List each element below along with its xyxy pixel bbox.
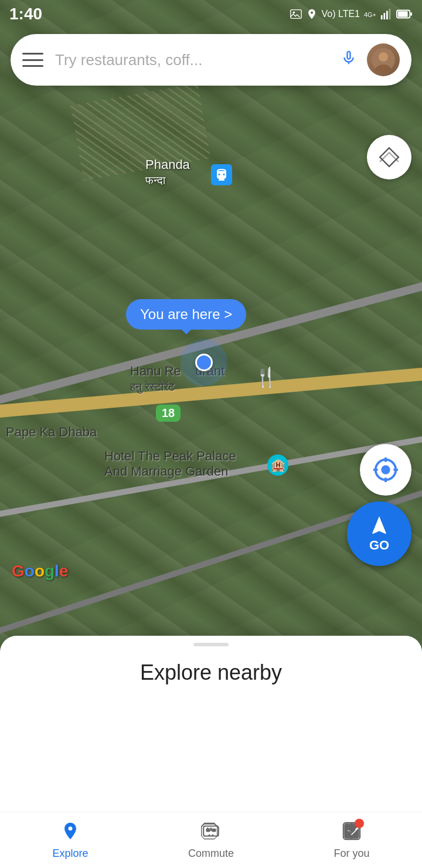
svg-text:4G+: 4G+ xyxy=(364,11,376,18)
voice-search-button[interactable] xyxy=(340,49,358,71)
svg-rect-9 xyxy=(410,12,412,16)
svg-rect-5 xyxy=(386,11,388,20)
locate-me-button[interactable] xyxy=(360,444,411,496)
commute-nav-label: Commute xyxy=(188,847,234,860)
locate-icon xyxy=(372,456,399,483)
phanda-label: Phandaफन्दा xyxy=(145,157,190,188)
commute-nav-icon xyxy=(201,821,221,845)
google-watermark: Google xyxy=(12,562,68,581)
road-badge: 18 xyxy=(156,405,181,422)
svg-rect-20 xyxy=(206,828,210,832)
explore-nav-label: Explore xyxy=(52,847,88,860)
status-icons: Vo) LTE1 4G+ xyxy=(290,8,413,21)
bottom-sheet: Explore nearby xyxy=(0,636,422,812)
4g-icon: 4G+ xyxy=(363,8,376,21)
svg-point-1 xyxy=(293,11,295,13)
explore-nav-icon xyxy=(60,821,80,845)
current-location-dot xyxy=(193,352,215,373)
go-label: GO xyxy=(369,538,389,553)
notification-dot xyxy=(355,819,364,828)
for-you-nav-icon xyxy=(342,821,362,845)
location-icon xyxy=(306,8,318,21)
avatar-image xyxy=(372,48,395,72)
you-are-here-callout[interactable]: You are here > xyxy=(126,299,246,330)
svg-rect-21 xyxy=(212,828,216,832)
nav-item-for-you[interactable]: For you xyxy=(281,812,422,868)
svg-rect-8 xyxy=(398,11,408,16)
status-time: 1:40 xyxy=(9,5,42,23)
sheet-handle xyxy=(193,643,229,646)
status-bar: 1:40 Vo) LTE1 4G+ xyxy=(0,0,422,28)
battery-icon xyxy=(396,9,413,19)
map-area[interactable]: Phandaफन्दा You are here > Hanu Re urant… xyxy=(0,0,422,695)
menu-button[interactable] xyxy=(22,53,43,67)
explore-nearby-title: Explore nearby xyxy=(140,660,282,685)
layers-icon xyxy=(378,146,400,168)
user-avatar[interactable] xyxy=(367,43,400,76)
navigate-icon xyxy=(368,514,390,537)
nav-item-commute[interactable]: Commute xyxy=(141,812,281,868)
search-input[interactable]: Try restaurants, coff... xyxy=(55,51,328,69)
transit-icon xyxy=(211,164,232,185)
hotel-icon: 🏨 xyxy=(267,455,288,476)
svg-rect-4 xyxy=(383,13,385,19)
svg-rect-6 xyxy=(389,9,391,19)
svg-point-17 xyxy=(379,52,388,62)
bottom-nav: Explore Commute F xyxy=(0,812,422,868)
nav-item-explore[interactable]: Explore xyxy=(0,812,141,868)
svg-rect-3 xyxy=(381,15,383,19)
notification-badge xyxy=(342,821,362,845)
go-button[interactable]: GO xyxy=(347,501,411,566)
gallery-icon xyxy=(290,8,302,21)
hotel-label: Hotel The Peak PalaceAnd Marriage Garden xyxy=(104,449,236,479)
network-label: Vo) LTE1 xyxy=(321,9,360,19)
location-dot xyxy=(195,354,213,371)
hotel-pin[interactable]: 🏨 xyxy=(267,455,288,476)
signal-icon xyxy=(380,8,393,21)
mic-icon xyxy=(340,49,358,66)
dhaba-label: Pape Ka Dhaba xyxy=(6,425,97,440)
restaurant-pin[interactable]: 🍴 xyxy=(254,366,278,388)
svg-point-10 xyxy=(381,465,390,474)
for-you-nav-label: For you xyxy=(333,847,369,860)
layer-button[interactable] xyxy=(367,135,411,179)
search-bar[interactable]: Try restaurants, coff... xyxy=(11,34,411,86)
